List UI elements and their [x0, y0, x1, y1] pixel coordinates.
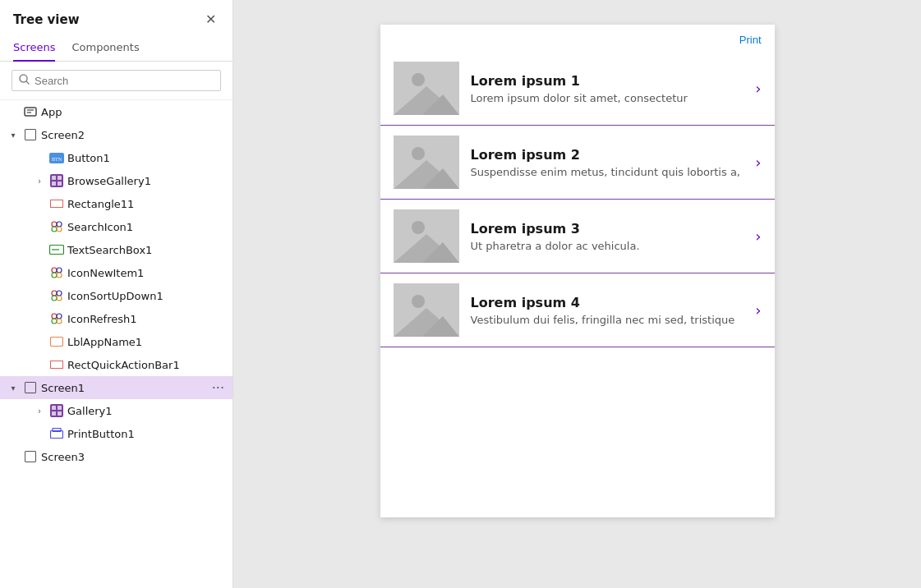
iconnewitem1-icon — [49, 265, 64, 280]
svg-rect-32 — [52, 406, 56, 410]
svg-rect-11 — [58, 181, 62, 186]
svg-rect-33 — [58, 406, 62, 410]
item-desc-4: Vestibulum dui felis, fringilla nec mi s… — [471, 314, 744, 326]
canvas-print-area: Print — [380, 25, 775, 52]
rectquickactionbar1-icon — [49, 357, 64, 372]
chevron-right-3: › — [755, 227, 761, 245]
tree-item-iconrefresh1[interactable]: IconRefresh1 — [0, 307, 233, 330]
sidebar-tabs: Screens Components — [0, 36, 233, 62]
close-button[interactable]: ✕ — [202, 11, 219, 28]
item-title-2: Lorem ipsum 2 — [471, 147, 744, 163]
tree-item-rectangle11[interactable]: Rectangle11 — [0, 192, 233, 215]
svg-point-28 — [52, 319, 57, 324]
tree-item-label-iconrefresh1: IconRefresh1 — [67, 313, 226, 325]
print-button[interactable]: Print — [739, 34, 762, 46]
tree-item-label-screen2: Screen2 — [41, 129, 226, 141]
tree-item-screen2[interactable]: Screen2 — [0, 123, 233, 146]
searchicon1-icon — [49, 219, 64, 234]
svg-text:BTN: BTN — [52, 156, 62, 161]
tab-components[interactable]: Components — [71, 36, 139, 62]
thumbnail-3 — [394, 209, 459, 263]
chevron-right-4: › — [755, 301, 761, 319]
gallery-item-3[interactable]: Lorem ipsum 3 Ut pharetra a dolor ac veh… — [380, 200, 775, 273]
tree-item-textsearchbox1[interactable]: TextSearchBox1 — [0, 238, 233, 261]
svg-point-18 — [52, 268, 57, 273]
item-desc-1: Lorem ipsum dolor sit amet, consectetur — [471, 92, 744, 104]
svg-point-29 — [57, 319, 62, 324]
search-container — [0, 62, 233, 100]
tree-item-screen3[interactable]: Screen3 — [0, 445, 233, 468]
tree-item-printbutton1[interactable]: PrintButton1 — [0, 422, 233, 445]
search-box — [12, 70, 221, 91]
search-input[interactable] — [35, 75, 214, 87]
screen2-icon — [23, 127, 38, 142]
tree-item-label-screen1: Screen1 — [41, 382, 207, 394]
tree-item-rectquickactionbar1[interactable]: RectQuickActionBar1 — [0, 353, 233, 376]
svg-point-23 — [57, 291, 62, 296]
item-text-1: Lorem ipsum 1 Lorem ipsum dolor sit amet… — [471, 73, 744, 104]
tree-item-label-browsegallery1: BrowseGallery1 — [67, 175, 226, 187]
svg-point-22 — [52, 291, 57, 296]
svg-point-20 — [52, 273, 57, 278]
chevron-right-1: › — [755, 80, 761, 97]
svg-rect-30 — [51, 338, 63, 347]
svg-rect-8 — [52, 176, 56, 180]
tree-item-searchicon1[interactable]: SearchIcon1 — [0, 215, 233, 238]
search-icon — [19, 74, 30, 87]
printbutton1-icon — [49, 426, 64, 441]
tree-item-label-iconnewitem1: IconNewItem1 — [67, 267, 226, 279]
item-title-3: Lorem ipsum 3 — [471, 221, 744, 237]
item-desc-2: Suspendisse enim metus, tincidunt quis l… — [471, 166, 744, 178]
iconrefresh1-icon — [49, 311, 64, 326]
tree-item-label-iconsortupdown1: IconSortUpDown1 — [67, 290, 226, 302]
svg-rect-2 — [25, 108, 36, 116]
tree-content: App Screen2 BTN Button1 — [0, 100, 233, 588]
tab-screens[interactable]: Screens — [13, 36, 55, 62]
thumbnail-4 — [394, 283, 459, 337]
svg-point-43 — [412, 147, 425, 160]
main-content: Print Lorem ipsum 1 Lorem ipsum dolor si… — [233, 0, 921, 588]
tree-item-iconsortupdown1[interactable]: IconSortUpDown1 — [0, 284, 233, 307]
tree-item-button1[interactable]: BTN Button1 — [0, 146, 233, 169]
gallery-item-2[interactable]: Lorem ipsum 2 Suspendisse enim metus, ti… — [380, 126, 775, 200]
svg-point-12 — [52, 222, 57, 227]
gallery-item-4[interactable]: Lorem ipsum 4 Vestibulum dui felis, frin… — [380, 273, 775, 347]
svg-point-14 — [52, 227, 57, 232]
svg-point-26 — [52, 314, 57, 319]
svg-point-47 — [412, 221, 425, 234]
screen1-icon — [23, 380, 38, 395]
screen1-ellipsis[interactable]: ··· — [210, 380, 226, 396]
svg-rect-9 — [58, 176, 62, 180]
svg-point-51 — [412, 295, 425, 308]
tree-item-label-rect11: Rectangle11 — [67, 198, 226, 210]
thumbnail-2 — [394, 136, 459, 189]
svg-point-19 — [57, 268, 62, 273]
tree-item-lblappname1[interactable]: LblAppName1 — [0, 330, 233, 353]
chevron-gallery1 — [33, 404, 46, 417]
lblappname1-icon — [49, 334, 64, 349]
chevron-right-2: › — [755, 154, 761, 171]
tree-item-app[interactable]: App — [0, 100, 233, 123]
sidebar-header: Tree view ✕ — [0, 0, 233, 36]
svg-point-13 — [57, 222, 62, 227]
tree-item-browsegallery1[interactable]: BrowseGallery1 — [0, 169, 233, 192]
tree-item-label-textsearchbox1: TextSearchBox1 — [67, 244, 226, 256]
screen3-icon — [23, 449, 38, 464]
svg-rect-34 — [52, 411, 56, 416]
svg-point-27 — [57, 314, 62, 319]
tree-item-screen1[interactable]: Screen1 ··· — [0, 376, 233, 399]
item-text-4: Lorem ipsum 4 Vestibulum dui felis, frin… — [471, 295, 744, 326]
tree-item-label-button1: Button1 — [67, 152, 226, 164]
svg-rect-37 — [53, 429, 61, 432]
svg-point-39 — [412, 73, 425, 86]
tree-item-label-lblappname1: LblAppName1 — [67, 336, 226, 348]
tree-item-iconnewitem1[interactable]: IconNewItem1 — [0, 261, 233, 284]
tree-item-label-printbutton1: PrintButton1 — [67, 428, 226, 440]
gallery-list: Lorem ipsum 1 Lorem ipsum dolor sit amet… — [380, 52, 775, 413]
gallery-item-1[interactable]: Lorem ipsum 1 Lorem ipsum dolor sit amet… — [380, 52, 775, 126]
tree-item-gallery1[interactable]: Gallery1 — [0, 399, 233, 422]
canvas: Print Lorem ipsum 1 Lorem ipsum dolor si… — [380, 25, 775, 517]
svg-point-25 — [57, 296, 62, 301]
item-desc-3: Ut pharetra a dolor ac vehicula. — [471, 240, 744, 252]
svg-line-1 — [26, 81, 29, 84]
